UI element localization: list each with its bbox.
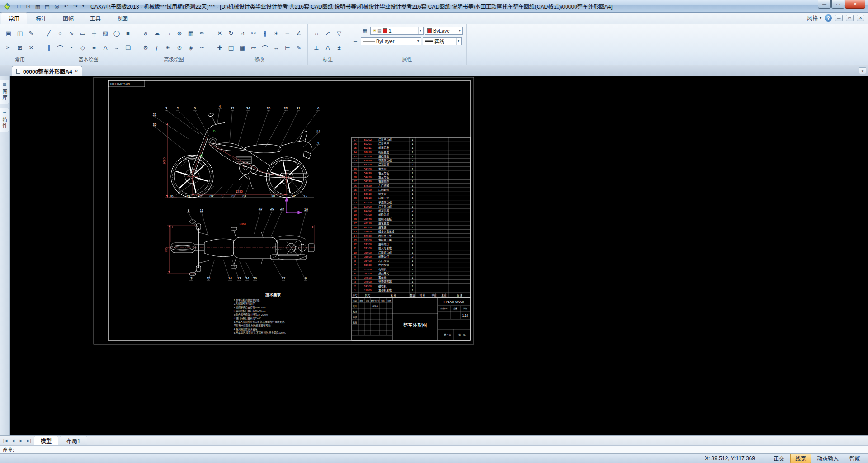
toggle-线宽[interactable]: 线宽 xyxy=(790,454,811,463)
translate-tool[interactable]: ✚ xyxy=(214,42,225,54)
undo-button[interactable]: ↶ xyxy=(61,2,71,10)
curve-fit-tool[interactable]: ∽ xyxy=(197,42,208,54)
trim-tool[interactable]: ✂ xyxy=(248,27,259,39)
layers-icon[interactable]: ≣ xyxy=(351,27,359,34)
quick-access-dropdown-icon[interactable]: ▾ xyxy=(80,4,86,8)
first-tab-button[interactable]: |◄ xyxy=(2,437,9,444)
format-brush-tool[interactable]: ✎ xyxy=(26,27,37,39)
redo-button[interactable]: ↷ xyxy=(71,2,80,10)
line-tool[interactable]: ╱ xyxy=(43,27,54,39)
mirror-tool[interactable]: ◫ xyxy=(226,42,236,54)
array-tool[interactable]: ▦ xyxy=(237,42,248,54)
table-tool[interactable]: ▦ xyxy=(185,27,196,39)
delete-all-tool[interactable]: ✕ xyxy=(26,42,37,54)
hole-axis-tool[interactable]: ⌀ xyxy=(140,27,151,39)
ribbon-tab-标注[interactable]: 标注 xyxy=(28,12,54,24)
last-tab-button[interactable]: ►| xyxy=(25,437,33,444)
close-button[interactable]: ✕ xyxy=(845,0,865,9)
layer-dropdown[interactable]: ☀▤1▾ xyxy=(370,27,424,35)
side-panel-tab-特性[interactable]: ≔特性 xyxy=(0,108,9,132)
block-tool[interactable]: ❏ xyxy=(123,42,133,54)
side-panel-tab-图库[interactable]: ▦图库 xyxy=(0,80,9,104)
maximize-button[interactable]: ▭ xyxy=(831,0,844,9)
layer-settings-icon[interactable]: ▦ xyxy=(361,27,369,34)
help-icon[interactable]: ? xyxy=(825,14,832,22)
document-tab[interactable]: 00000整车外形图A4 × xyxy=(12,66,82,76)
prev-tab-button[interactable]: ◄ xyxy=(9,437,17,444)
linetype-icon[interactable]: ─ xyxy=(351,37,359,45)
copy-tool[interactable]: ◫ xyxy=(14,27,25,39)
sketch-tool[interactable]: ✑ xyxy=(197,27,208,39)
mdi-minimize-button[interactable]: — xyxy=(835,15,843,21)
match-properties-tool[interactable]: ✎ xyxy=(293,42,304,54)
equidistant-tool[interactable]: ≡ xyxy=(89,42,99,54)
delete-tool[interactable]: ✕ xyxy=(214,27,225,39)
point-tool[interactable]: • xyxy=(66,42,77,54)
cut-tool[interactable]: ✂ xyxy=(3,42,14,54)
polygon-tool[interactable]: ◇ xyxy=(77,42,88,54)
align-tool[interactable]: ⊢ xyxy=(282,42,293,54)
ribbon-tab-工具[interactable]: 工具 xyxy=(82,12,108,24)
axonometric-tool[interactable]: ◈ xyxy=(185,42,196,54)
app-logo-icon[interactable] xyxy=(2,1,12,11)
arrow-tool[interactable]: → xyxy=(163,27,174,39)
chamfer-tool[interactable]: ∠ xyxy=(293,27,304,39)
ribbon-tab-常用[interactable]: 常用 xyxy=(1,12,27,24)
zigzag-line-tool[interactable]: ≋ xyxy=(163,42,174,54)
arc-tool[interactable]: ⌒ xyxy=(55,42,66,54)
mdi-close-button[interactable]: ✕ xyxy=(857,15,864,21)
cloud-line-tool[interactable]: ☁ xyxy=(151,27,162,39)
color-dropdown[interactable]: ByLaye▾ xyxy=(425,27,463,35)
print-preview-button[interactable]: ◎ xyxy=(52,2,61,10)
toggle-智能[interactable]: 智能 xyxy=(844,454,865,463)
break-tool[interactable]: ∦ xyxy=(259,27,270,39)
paste-tool[interactable]: ▣ xyxy=(3,27,14,39)
drawing-canvas[interactable]: 00000-0YSdd xyxy=(10,76,868,435)
rectangle-tool[interactable]: ▭ xyxy=(77,27,88,39)
ribbon-tab-图幅[interactable]: 图幅 xyxy=(55,12,81,24)
print-button[interactable]: ▤ xyxy=(42,2,52,10)
dim-text-tool[interactable]: A xyxy=(322,42,333,54)
datum-tool[interactable]: ▽ xyxy=(334,27,344,39)
command-line[interactable]: 命令: xyxy=(0,445,868,453)
model-tab-模型[interactable]: 模型 xyxy=(34,436,58,445)
coordinate-dim-tool[interactable]: ⊥ xyxy=(311,42,322,54)
extend-tool[interactable]: ↦ xyxy=(248,42,259,54)
profile-tool[interactable]: ⊙ xyxy=(174,42,185,54)
copy-basepoint-tool[interactable]: ⊞ xyxy=(14,42,25,54)
spline-tool[interactable]: ∿ xyxy=(66,27,77,39)
toggle-正交[interactable]: 正交 xyxy=(769,454,789,463)
text-tool[interactable]: A xyxy=(100,42,111,54)
save-button[interactable]: ▦ xyxy=(33,2,42,10)
document-tab-close-icon[interactable]: × xyxy=(75,68,78,74)
stretch-tool[interactable]: ↔ xyxy=(271,42,282,54)
next-tab-button[interactable]: ► xyxy=(17,437,25,444)
fillet-tool[interactable]: ⌒ xyxy=(259,42,270,54)
tab-list-dropdown-icon[interactable]: ▾ xyxy=(859,67,866,74)
fill-tool[interactable]: ■ xyxy=(123,27,133,39)
explode-tool[interactable]: ∗ xyxy=(271,27,282,39)
model-tab-布局1[interactable]: 布局1 xyxy=(60,436,87,445)
gear-tool[interactable]: ⚙ xyxy=(140,42,151,54)
local-magnify-tool[interactable]: ⊕ xyxy=(174,27,185,39)
formula-curve-tool[interactable]: ƒ xyxy=(151,42,162,54)
tolerance-tool[interactable]: ± xyxy=(334,42,344,54)
minimize-button[interactable]: — xyxy=(818,0,831,9)
scale-tool[interactable]: ⊿ xyxy=(237,27,248,39)
linewidth-dropdown[interactable]: 实线▾ xyxy=(423,37,462,45)
circle-tool[interactable]: ○ xyxy=(55,27,66,39)
parallel-line-tool[interactable]: ∥ xyxy=(43,42,54,54)
centerline-tool[interactable]: ┼ xyxy=(89,27,99,39)
mdi-restore-button[interactable]: ▭ xyxy=(846,15,854,21)
open-file-button[interactable]: ⊡ xyxy=(24,2,33,10)
linetype-dropdown[interactable]: ByLayer▾ xyxy=(361,37,421,45)
offset-tool[interactable]: ≣ xyxy=(282,27,293,39)
new-file-button[interactable]: □ xyxy=(14,2,24,10)
ribbon-tab-视图[interactable]: 视图 xyxy=(109,12,136,24)
ellipse-tool[interactable]: ◯ xyxy=(111,27,122,39)
rotate-tool[interactable]: ↻ xyxy=(226,27,236,39)
leader-tool[interactable]: ↗ xyxy=(322,27,333,39)
style-dropdown[interactable]: 风格▾ xyxy=(807,14,821,22)
hatch-tool[interactable]: ▨ xyxy=(100,27,111,39)
dimension-tool[interactable]: ↔ xyxy=(311,27,322,39)
